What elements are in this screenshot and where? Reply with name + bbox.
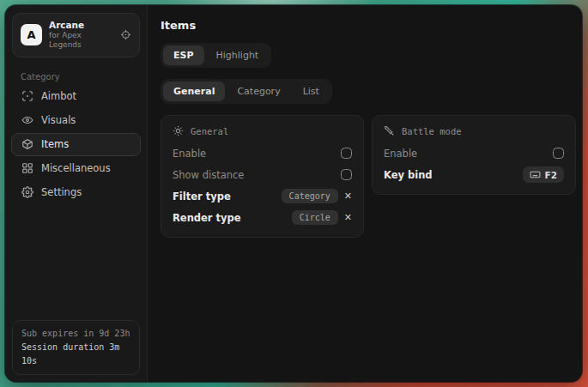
brand-card: A Arcane for Apex Legends [12,13,140,57]
sidebar-nav: Aimbot Visuals Items [5,85,147,204]
setting-row-enable: Enable [384,143,564,163]
sidebar-item-label: Miscellaneous [41,162,111,174]
sidebar-item-label: Visuals [41,114,76,126]
setting-label: Key bind [384,169,433,181]
setting-row-key-bind: Key bind F2 [384,165,564,184]
show-distance-checkbox[interactable] [341,169,352,180]
sidebar-item-items[interactable]: Items [11,133,141,156]
tab-list[interactable]: List [293,82,330,101]
enable-checkbox[interactable] [341,148,352,159]
clear-filter-icon[interactable]: ✕ [344,191,352,201]
mode-tabs: ESP Highlight [161,43,271,68]
page-title: Items [161,19,576,32]
session-card: Sub expires in 9d 23h Session duration 3… [12,320,140,375]
brand-logo: A [21,24,42,45]
brand-subtitle: for Apex Legends [49,31,113,51]
sidebar-item-label: Settings [41,186,82,198]
sidebar: A Arcane for Apex Legends Category [5,5,148,382]
setting-label: Show distance [173,169,244,181]
keybind-value: F2 [545,170,557,180]
target-icon[interactable] [120,29,131,40]
setting-label: Render type [173,212,241,224]
general-panel: General Enable Show distance Filter type… [161,115,364,238]
grid-icon [21,162,33,174]
setting-row-show-distance: Show distance [173,165,352,184]
tab-category[interactable]: Category [227,82,290,101]
sword-icon [384,125,395,136]
crosshair-icon [21,90,33,102]
package-icon [21,138,33,150]
panel-title: General [191,126,228,136]
session-duration-text: Session duration 3m 10s [21,341,130,368]
sidebar-item-label: Items [41,138,69,150]
sub-expiry-text: Sub expires in 9d 23h [21,327,130,341]
panel-title: Battle mode [402,126,462,136]
tab-esp[interactable]: ESP [163,45,204,65]
setting-label: Filter type [173,190,231,203]
filter-type-select[interactable]: Category [282,189,338,203]
sun-icon [173,125,184,136]
sidebar-item-aimbot[interactable]: Aimbot [11,85,141,108]
sidebar-item-label: Aimbot [41,90,76,102]
tab-general[interactable]: General [163,82,225,101]
setting-row-render-type: Render type Circle ✕ [173,208,352,227]
gear-icon [21,186,33,198]
clear-render-icon[interactable]: ✕ [344,213,352,222]
setting-label: Enable [384,148,417,160]
battle-enable-checkbox[interactable] [553,148,564,159]
brand-name: Arcane [49,20,113,31]
keybind-button[interactable]: F2 [523,166,564,183]
battle-mode-panel: Battle mode Enable Key bind [372,115,576,195]
sidebar-item-settings[interactable]: Settings [11,181,141,204]
eye-icon [21,114,33,126]
tab-highlight[interactable]: Highlight [206,45,270,65]
view-tabs: General Category List [161,79,332,104]
sidebar-item-visuals[interactable]: Visuals [11,109,141,132]
sidebar-item-miscellaneous[interactable]: Miscellaneous [11,157,141,180]
app-window: A Arcane for Apex Legends Category [5,5,582,382]
setting-row-enable: Enable [173,143,352,163]
sidebar-section-label: Category [21,72,147,82]
main-content: Items ESP Highlight General Category Lis… [148,5,582,382]
keyboard-icon [530,169,541,180]
setting-label: Enable [173,148,206,160]
setting-row-filter-type: Filter type Category ✕ [173,186,352,206]
render-type-select[interactable]: Circle [292,210,338,225]
